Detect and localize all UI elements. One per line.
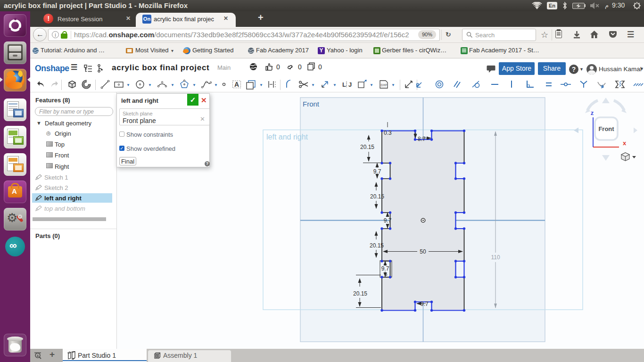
- svg-text:9.7: 9.7: [421, 301, 429, 307]
- svg-text:J: J: [348, 81, 352, 88]
- svg-text:9.7: 9.7: [373, 168, 381, 175]
- svg-text:5: 5: [414, 132, 417, 137]
- svg-text:20.15: 20.15: [370, 242, 384, 249]
- svg-text:0.3: 0.3: [384, 130, 392, 136]
- svg-text:9.7: 9.7: [381, 265, 389, 272]
- svg-text:50: 50: [420, 248, 426, 255]
- svg-text:Front: Front: [303, 100, 320, 108]
- svg-text:110: 110: [491, 254, 500, 261]
- svg-text:20.15: 20.15: [353, 290, 367, 297]
- svg-text:DXF: DXF: [381, 83, 388, 87]
- svg-text:Front: Front: [598, 125, 614, 132]
- svg-text:z: z: [591, 109, 594, 116]
- svg-text:20.15: 20.15: [370, 193, 384, 200]
- svg-text:9.7: 9.7: [384, 217, 392, 224]
- svg-text:8.7: 8.7: [418, 136, 426, 142]
- svg-text:A: A: [234, 81, 239, 88]
- svg-text:L: L: [342, 81, 346, 88]
- svg-text:left and right: left and right: [266, 133, 308, 141]
- svg-text:x: x: [623, 140, 627, 147]
- svg-text:20.15: 20.15: [360, 144, 374, 150]
- svg-text:5: 5: [385, 272, 387, 277]
